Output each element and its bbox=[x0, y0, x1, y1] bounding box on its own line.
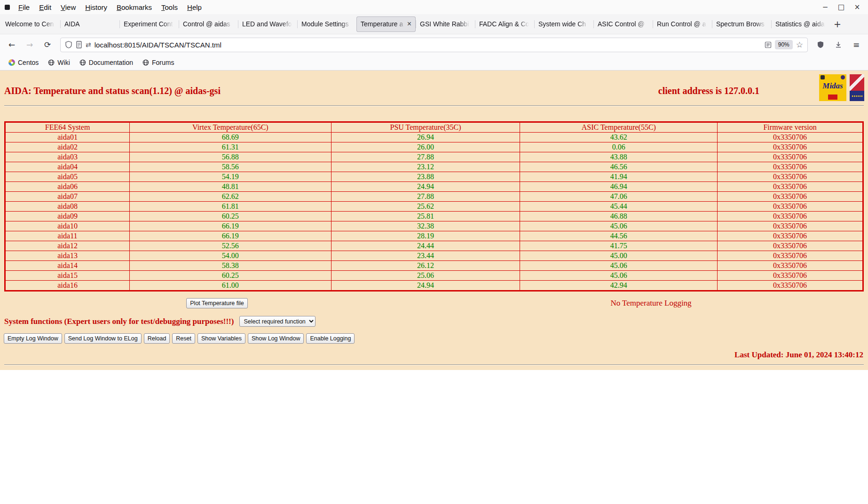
bookmark-centos[interactable]: Centos bbox=[5, 57, 42, 68]
reload-button[interactable]: ⟳ bbox=[39, 37, 55, 52]
cell-virtex-temp: 61.31 bbox=[130, 142, 331, 152]
reload-button[interactable]: Reload bbox=[144, 333, 170, 344]
cell-firmware: 0x3350706 bbox=[718, 231, 863, 241]
tab-gsi-white-rabbi[interactable]: GSI White Rabbi bbox=[416, 16, 475, 32]
cell-system: aida05 bbox=[5, 172, 130, 182]
menu-help[interactable]: Help bbox=[182, 3, 206, 11]
table-row: aida1252.5624.4441.750x3350706 bbox=[5, 241, 863, 251]
client-address: client address is 127.0.0.1 bbox=[658, 86, 759, 96]
show-log-window-button[interactable]: Show Log Window bbox=[248, 333, 304, 344]
cell-firmware: 0x3350706 bbox=[718, 182, 863, 192]
tab-statistics-aida[interactable]: Statistics @ aida bbox=[771, 16, 830, 32]
empty-log-window-button[interactable]: Empty Log Window bbox=[4, 333, 62, 344]
window-controls: − □ × bbox=[819, 3, 863, 11]
url-text[interactable]: localhost:8015/AIDA/TSCAN/TSCAN.tml bbox=[95, 41, 761, 49]
url-bar[interactable]: ⇄ localhost:8015/AIDA/TSCAN/TSCAN.tml 90… bbox=[60, 38, 808, 52]
cell-asic-temp: 42.94 bbox=[520, 281, 718, 291]
cell-psu-temp: 25.06 bbox=[331, 271, 520, 281]
tab-label: LED and Wavefo bbox=[242, 20, 293, 28]
cell-system: aida06 bbox=[5, 182, 130, 192]
page-info-icon[interactable] bbox=[76, 41, 82, 48]
tab-fadc-align-co[interactable]: FADC Align & Co bbox=[475, 16, 534, 32]
cell-virtex-temp: 52.56 bbox=[130, 241, 331, 251]
tab-experiment-cont[interactable]: Experiment Cont bbox=[119, 16, 179, 32]
reset-button[interactable]: Reset bbox=[172, 333, 195, 344]
show-variables-button[interactable]: Show Variables bbox=[197, 333, 245, 344]
menu-edit[interactable]: Edit bbox=[34, 3, 56, 11]
send-log-window-to-elog-button[interactable]: Send Log Window to ELog bbox=[64, 333, 142, 344]
cell-asic-temp: 46.94 bbox=[520, 182, 718, 192]
function-select[interactable]: Select required function bbox=[239, 316, 316, 327]
menu-bookmarks[interactable]: Bookmarks bbox=[112, 3, 157, 11]
table-row: aida0648.8124.9446.940x3350706 bbox=[5, 182, 863, 192]
page-logos: Midas bbox=[819, 74, 864, 101]
bookmark-documentation[interactable]: Documentation bbox=[76, 57, 137, 68]
tab-close-icon[interactable]: × bbox=[407, 20, 411, 28]
tab-module-settings[interactable]: Module Settings bbox=[297, 16, 356, 32]
menu-view[interactable]: View bbox=[56, 3, 80, 11]
tab-control-aidas[interactable]: Control @ aidas bbox=[179, 16, 238, 32]
cell-psu-temp: 23.88 bbox=[331, 172, 520, 182]
table-row: aida0168.6926.9443.620x3350706 bbox=[5, 133, 863, 142]
cell-virtex-temp: 58.38 bbox=[130, 261, 331, 271]
table-row: aida1661.0024.9442.940x3350706 bbox=[5, 281, 863, 291]
logging-status-cell: No Temperature Logging bbox=[434, 299, 868, 308]
reader-mode-icon[interactable] bbox=[765, 41, 772, 48]
tab-spectrum-brows[interactable]: Spectrum Brows bbox=[712, 16, 771, 32]
back-button[interactable]: ← bbox=[4, 37, 20, 52]
globe-icon bbox=[79, 59, 86, 66]
bookmark-forums[interactable]: Forums bbox=[139, 57, 178, 68]
system-functions-row: System functions (Expert users only for … bbox=[4, 316, 868, 327]
tab-led-and-wavefo[interactable]: LED and Wavefo bbox=[238, 16, 297, 32]
cell-virtex-temp: 61.81 bbox=[130, 202, 331, 212]
cell-psu-temp: 25.81 bbox=[331, 212, 520, 221]
tab-welcome-to-cen[interactable]: Welcome to Cen bbox=[1, 16, 60, 32]
menu-hamburger-icon[interactable]: ≡ bbox=[848, 37, 864, 52]
tab-system-wide-ch[interactable]: System wide Ch bbox=[534, 16, 593, 32]
maximize-button[interactable]: □ bbox=[835, 3, 847, 11]
cell-system: aida13 bbox=[5, 251, 130, 261]
menu-tools[interactable]: Tools bbox=[157, 3, 182, 11]
midas-logo[interactable]: Midas bbox=[819, 74, 846, 101]
plot-temperature-file-button[interactable]: Plot Temperature file bbox=[186, 298, 247, 308]
system-functions-label: System functions (Expert users only for … bbox=[4, 317, 234, 326]
shield-icon[interactable] bbox=[65, 41, 72, 48]
cell-firmware: 0x3350706 bbox=[718, 212, 863, 221]
temperature-table: FEE64 SystemVirtex Temperature(65C)PSU T… bbox=[4, 121, 864, 291]
cell-system: aida14 bbox=[5, 261, 130, 271]
table-row: aida1166.1928.1944.560x3350706 bbox=[5, 231, 863, 241]
forward-button[interactable]: → bbox=[22, 37, 38, 52]
zoom-indicator[interactable]: 90% bbox=[775, 40, 793, 49]
tab-temperature-a[interactable]: Temperature a× bbox=[356, 16, 416, 32]
plot-button-cell: Plot Temperature file bbox=[0, 298, 434, 308]
cell-virtex-temp: 60.25 bbox=[130, 212, 331, 221]
bookmark-star-icon[interactable]: ☆ bbox=[796, 40, 803, 49]
tab-aida[interactable]: AIDA bbox=[60, 16, 119, 32]
exchange-arrows-icon[interactable]: ⇄ bbox=[86, 41, 91, 48]
institute-logo[interactable] bbox=[850, 74, 864, 101]
close-button[interactable]: × bbox=[851, 3, 863, 11]
menu-history[interactable]: History bbox=[80, 3, 112, 11]
minimize-button[interactable]: − bbox=[819, 3, 831, 11]
new-tab-button[interactable]: + bbox=[830, 17, 844, 31]
tab-label: Module Settings bbox=[301, 20, 352, 28]
cell-asic-temp: 43.62 bbox=[520, 133, 718, 142]
tab-asic-control[interactable]: ASIC Control @ bbox=[593, 16, 653, 32]
column-header: FEE64 System bbox=[5, 122, 130, 133]
table-row: aida0554.1923.8841.940x3350706 bbox=[5, 172, 863, 182]
institute-logo-bottom bbox=[850, 91, 864, 101]
tab-strip: Welcome to CenAIDAExperiment ContControl… bbox=[1, 14, 830, 34]
cell-asic-temp: 47.06 bbox=[520, 192, 718, 202]
cell-virtex-temp: 54.19 bbox=[130, 172, 331, 182]
downloads-icon[interactable] bbox=[830, 37, 846, 52]
midas-logo-red-box bbox=[828, 94, 837, 100]
menu-file[interactable]: File bbox=[14, 3, 34, 11]
cell-system: aida15 bbox=[5, 271, 130, 281]
midas-logo-text: Midas bbox=[822, 81, 843, 91]
cell-virtex-temp: 56.88 bbox=[130, 152, 331, 162]
extension-shield-icon[interactable] bbox=[813, 37, 829, 52]
tab-run-control-a[interactable]: Run Control @ a bbox=[653, 16, 712, 32]
bookmark-wiki[interactable]: Wiki bbox=[44, 57, 73, 68]
enable-logging-button[interactable]: Enable Logging bbox=[306, 333, 355, 344]
divider-bottom bbox=[4, 364, 864, 365]
